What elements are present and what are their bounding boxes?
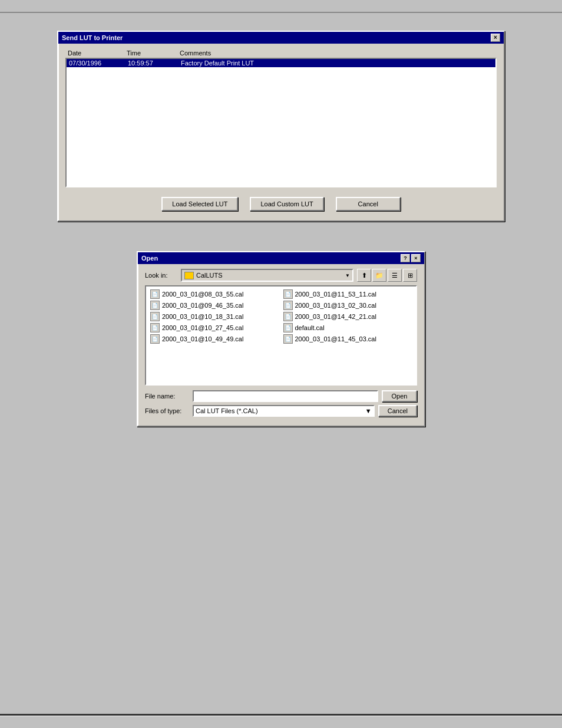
top-divider: [0, 12, 562, 13]
send-lut-cancel-button[interactable]: Cancel: [336, 197, 401, 211]
open-help-button[interactable]: ?: [401, 254, 410, 262]
file-name: 2000_03_01@10_18_31.cal: [162, 313, 243, 320]
open-titlebar: Open ? ×: [138, 252, 424, 264]
file-icon: 📄: [150, 301, 160, 310]
col-comments-label: Comments: [180, 50, 494, 57]
lut-table-row[interactable]: 07/30/1996 10:59:57 Factory Default Prin…: [67, 59, 495, 67]
file-icon: 📄: [150, 323, 160, 332]
send-lut-close-button[interactable]: ×: [491, 34, 500, 42]
send-lut-titlebar: Send LUT to Printer ×: [58, 32, 504, 44]
file-item[interactable]: 📄 2000_03_01@13_02_30.cal: [282, 300, 414, 311]
lut-row-time: 10:59:57: [128, 60, 181, 67]
files-area[interactable]: 📄 2000_03_01@08_03_55.cal 📄 2000_03_01@1…: [145, 285, 417, 386]
create-folder-button[interactable]: 📁: [372, 269, 386, 282]
lut-table-header: Date Time Comments: [65, 48, 497, 58]
file-item[interactable]: 📄 default.cal: [282, 322, 414, 333]
file-item[interactable]: 📄 2000_03_01@11_53_11.cal: [282, 289, 414, 299]
col-date-label: Date: [68, 50, 127, 57]
file-icon: 📄: [150, 334, 160, 344]
look-in-value: CalLUTS: [196, 272, 343, 279]
file-name: default.cal: [295, 324, 325, 331]
send-lut-buttons: Load Selected LUT Load Custom LUT Cancel: [65, 193, 497, 215]
file-name: 2000_03_01@08_03_55.cal: [162, 291, 243, 298]
look-in-dropdown[interactable]: CalLUTS ▼: [181, 269, 353, 282]
send-lut-content: Date Time Comments 07/30/1996 10:59:57 F…: [58, 44, 504, 220]
list-view-button[interactable]: ☰: [388, 269, 402, 282]
detail-view-button[interactable]: ⊞: [403, 269, 417, 282]
file-item[interactable]: 📄 2000_03_01@10_18_31.cal: [148, 311, 281, 322]
look-in-label: Look in:: [145, 272, 177, 279]
lut-table-body[interactable]: 07/30/1996 10:59:57 Factory Default Prin…: [65, 58, 497, 187]
send-lut-title: Send LUT to Printer: [62, 34, 123, 41]
file-name: 2000_03_01@09_46_35.cal: [162, 302, 243, 309]
lut-row-date: 07/30/1996: [69, 60, 128, 67]
file-icon: 📄: [150, 312, 160, 321]
send-lut-dialog: Send LUT to Printer × Date Time Comments…: [57, 31, 505, 222]
lut-row-comment: Factory Default Print LUT: [181, 60, 493, 67]
file-icon: 📄: [283, 289, 293, 299]
file-name: 2000_03_01@11_45_03.cal: [295, 335, 376, 342]
open-dialog-content: Look in: CalLUTS ▼ ⬆ 📁 ☰ ⊞ 📄 2000_03_01@…: [138, 264, 424, 426]
file-name-input[interactable]: [193, 390, 378, 402]
load-selected-button[interactable]: Load Selected LUT: [161, 197, 238, 211]
open-button[interactable]: Open: [382, 390, 417, 402]
file-item[interactable]: 📄 2000_03_01@09_46_35.cal: [148, 300, 281, 311]
load-custom-button[interactable]: Load Custom LUT: [250, 197, 323, 211]
file-name: 2000_03_01@14_42_21.cal: [295, 313, 376, 320]
files-of-type-label: Files of type:: [145, 407, 189, 414]
files-of-type-value: Cal LUT Files (*.CAL): [196, 407, 258, 414]
toolbar-icons: ⬆ 📁 ☰ ⊞: [357, 269, 417, 282]
open-cancel-button[interactable]: Cancel: [378, 405, 417, 417]
files-of-type-dropdown[interactable]: Cal LUT Files (*.CAL) ▼: [193, 405, 375, 417]
look-in-arrow-icon: ▼: [345, 273, 350, 278]
folder-icon: [184, 272, 194, 279]
file-item[interactable]: 📄 2000_03_01@10_27_45.cal: [148, 322, 281, 333]
navigate-up-button[interactable]: ⬆: [357, 269, 371, 282]
file-name: 2000_03_01@13_02_30.cal: [295, 302, 376, 309]
col-time-label: Time: [127, 50, 180, 57]
file-icon: 📄: [150, 289, 160, 299]
file-icon: 📄: [283, 312, 293, 321]
file-icon: 📄: [283, 323, 293, 332]
file-icon: 📄: [283, 334, 293, 344]
file-name-label: File name:: [145, 393, 189, 400]
file-icon: 📄: [283, 301, 293, 310]
file-item[interactable]: 📄 2000_03_01@10_49_49.cal: [148, 334, 281, 344]
files-of-type-row: Files of type: Cal LUT Files (*.CAL) ▼ C…: [145, 405, 417, 417]
open-dialog: Open ? × Look in: CalLUTS ▼ ⬆ 📁 ☰ ⊞ 📄: [137, 251, 425, 427]
open-close-button[interactable]: ×: [411, 254, 421, 262]
open-title: Open: [141, 255, 158, 262]
open-title-buttons: ? ×: [401, 254, 421, 262]
files-of-type-arrow-icon: ▼: [365, 407, 372, 414]
file-item[interactable]: 📄 2000_03_01@08_03_55.cal: [148, 289, 281, 299]
look-in-row: Look in: CalLUTS ▼ ⬆ 📁 ☰ ⊞: [145, 269, 417, 282]
file-item[interactable]: 📄 2000_03_01@14_42_21.cal: [282, 311, 414, 322]
file-name: 2000_03_01@11_53_11.cal: [295, 291, 376, 298]
file-name-row: File name: Open: [145, 390, 417, 402]
file-item[interactable]: 📄 2000_03_01@11_45_03.cal: [282, 334, 414, 344]
file-name: 2000_03_01@10_27_45.cal: [162, 324, 243, 331]
file-name: 2000_03_01@10_49_49.cal: [162, 335, 243, 342]
bottom-divider: [0, 714, 562, 716]
